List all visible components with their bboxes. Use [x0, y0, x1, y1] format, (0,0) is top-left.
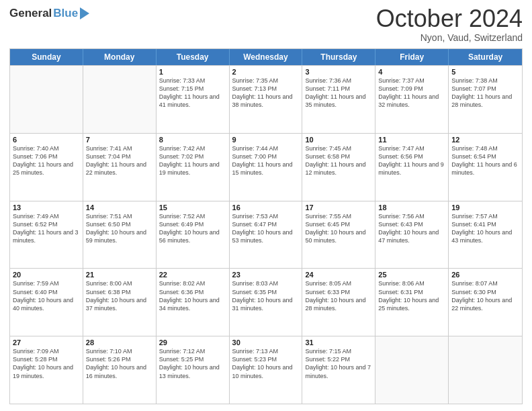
calendar-cell: 21Sunrise: 8:00 AMSunset: 6:38 PMDayligh…	[83, 269, 157, 336]
day-number: 28	[86, 338, 153, 347]
calendar-header-day: Friday	[375, 49, 449, 65]
header: General Blue October 2024 Nyon, Vaud, Sw…	[9, 7, 523, 43]
calendar-body: 1Sunrise: 7:33 AMSunset: 7:15 PMDaylight…	[10, 65, 522, 404]
cell-info: Sunrise: 7:37 AMSunset: 7:09 PMDaylight:…	[378, 77, 445, 109]
logo-blue-text: Blue	[53, 7, 78, 20]
calendar-cell: 2Sunrise: 7:35 AMSunset: 7:13 PMDaylight…	[230, 66, 303, 133]
cell-info: Sunrise: 8:03 AMSunset: 6:35 PMDaylight:…	[232, 279, 300, 312]
day-number: 15	[159, 203, 226, 212]
calendar-cell	[449, 336, 522, 404]
logo-arrow-icon	[80, 7, 89, 19]
cell-info: Sunrise: 7:55 AMSunset: 6:45 PMDaylight:…	[305, 212, 372, 245]
calendar-cell: 28Sunrise: 7:10 AMSunset: 5:26 PMDayligh…	[83, 336, 157, 404]
calendar-cell: 5Sunrise: 7:38 AMSunset: 7:07 PMDaylight…	[449, 66, 522, 133]
day-number: 16	[232, 203, 300, 212]
calendar-cell: 29Sunrise: 7:12 AMSunset: 5:25 PMDayligh…	[157, 336, 230, 404]
day-number: 8	[159, 136, 226, 144]
day-number: 21	[86, 271, 153, 279]
cell-info: Sunrise: 7:52 AMSunset: 6:49 PMDaylight:…	[159, 212, 226, 245]
cell-info: Sunrise: 7:42 AMSunset: 7:02 PMDaylight:…	[159, 144, 226, 177]
cell-info: Sunrise: 7:38 AMSunset: 7:07 PMDaylight:…	[451, 77, 519, 109]
cell-info: Sunrise: 7:51 AMSunset: 6:50 PMDaylight:…	[86, 212, 153, 245]
cell-info: Sunrise: 7:53 AMSunset: 6:47 PMDaylight:…	[232, 212, 300, 245]
day-number: 10	[305, 136, 372, 144]
cell-info: Sunrise: 8:00 AMSunset: 6:38 PMDaylight:…	[86, 279, 153, 312]
calendar-cell: 23Sunrise: 8:03 AMSunset: 6:35 PMDayligh…	[230, 269, 303, 336]
title-section: October 2024 Nyon, Vaud, Switzerland	[376, 7, 523, 43]
calendar-cell: 25Sunrise: 8:06 AMSunset: 6:31 PMDayligh…	[375, 269, 449, 336]
cell-info: Sunrise: 7:33 AMSunset: 7:15 PMDaylight:…	[159, 77, 226, 109]
cell-info: Sunrise: 7:56 AMSunset: 6:43 PMDaylight:…	[378, 212, 445, 245]
calendar-header-day: Thursday	[302, 49, 375, 65]
calendar-cell: 4Sunrise: 7:37 AMSunset: 7:09 PMDaylight…	[375, 66, 449, 133]
day-number: 12	[451, 136, 519, 144]
calendar-header-day: Monday	[83, 49, 157, 65]
cell-info: Sunrise: 8:02 AMSunset: 6:36 PMDaylight:…	[159, 279, 226, 312]
day-number: 11	[378, 136, 445, 144]
calendar-cell: 15Sunrise: 7:52 AMSunset: 6:49 PMDayligh…	[157, 201, 230, 269]
calendar-cell: 26Sunrise: 8:07 AMSunset: 6:30 PMDayligh…	[449, 269, 522, 336]
calendar-row: 13Sunrise: 7:49 AMSunset: 6:52 PMDayligh…	[10, 201, 522, 269]
day-number: 24	[305, 271, 372, 279]
cell-info: Sunrise: 7:41 AMSunset: 7:04 PMDaylight:…	[86, 144, 153, 177]
cell-info: Sunrise: 7:49 AMSunset: 6:52 PMDaylight:…	[13, 212, 80, 245]
day-number: 4	[378, 68, 445, 76]
calendar-header-day: Wednesday	[230, 49, 303, 65]
cell-info: Sunrise: 7:09 AMSunset: 5:28 PMDaylight:…	[13, 347, 80, 380]
day-number: 18	[378, 203, 445, 212]
calendar-cell	[10, 66, 83, 133]
logo: General Blue	[9, 7, 89, 20]
cell-info: Sunrise: 7:13 AMSunset: 5:23 PMDaylight:…	[232, 347, 300, 380]
calendar-cell: 1Sunrise: 7:33 AMSunset: 7:15 PMDaylight…	[157, 66, 230, 133]
month-title: October 2024	[376, 7, 523, 31]
calendar-cell: 27Sunrise: 7:09 AMSunset: 5:28 PMDayligh…	[10, 336, 83, 404]
cell-info: Sunrise: 8:06 AMSunset: 6:31 PMDaylight:…	[378, 279, 445, 312]
day-number: 20	[13, 271, 80, 279]
cell-info: Sunrise: 7:45 AMSunset: 6:58 PMDaylight:…	[305, 144, 372, 177]
calendar-cell: 3Sunrise: 7:36 AMSunset: 7:11 PMDaylight…	[302, 66, 375, 133]
day-number: 26	[451, 271, 519, 279]
day-number: 5	[451, 68, 519, 76]
day-number: 27	[13, 338, 80, 347]
logo-general-text: General	[9, 7, 52, 20]
cell-info: Sunrise: 8:05 AMSunset: 6:33 PMDaylight:…	[305, 279, 372, 312]
calendar-cell: 6Sunrise: 7:40 AMSunset: 7:06 PMDaylight…	[10, 134, 83, 201]
calendar-cell: 7Sunrise: 7:41 AMSunset: 7:04 PMDaylight…	[83, 134, 157, 201]
day-number: 19	[451, 203, 519, 212]
day-number: 23	[232, 271, 300, 279]
calendar-cell: 9Sunrise: 7:44 AMSunset: 7:00 PMDaylight…	[230, 134, 303, 201]
calendar-cell: 10Sunrise: 7:45 AMSunset: 6:58 PMDayligh…	[302, 134, 375, 201]
cell-info: Sunrise: 7:47 AMSunset: 6:56 PMDaylight:…	[378, 144, 445, 177]
day-number: 7	[86, 136, 153, 144]
day-number: 6	[13, 136, 80, 144]
calendar-cell: 30Sunrise: 7:13 AMSunset: 5:23 PMDayligh…	[230, 336, 303, 404]
calendar-cell: 8Sunrise: 7:42 AMSunset: 7:02 PMDaylight…	[157, 134, 230, 201]
calendar-cell: 13Sunrise: 7:49 AMSunset: 6:52 PMDayligh…	[10, 201, 83, 269]
calendar-cell: 12Sunrise: 7:48 AMSunset: 6:54 PMDayligh…	[449, 134, 522, 201]
calendar-cell: 14Sunrise: 7:51 AMSunset: 6:50 PMDayligh…	[83, 201, 157, 269]
location: Nyon, Vaud, Switzerland	[376, 32, 523, 43]
calendar: SundayMondayTuesdayWednesdayThursdayFrid…	[9, 48, 523, 404]
calendar-row: 6Sunrise: 7:40 AMSunset: 7:06 PMDaylight…	[10, 133, 522, 201]
cell-info: Sunrise: 7:48 AMSunset: 6:54 PMDaylight:…	[451, 144, 519, 177]
cell-info: Sunrise: 7:36 AMSunset: 7:11 PMDaylight:…	[305, 77, 372, 109]
day-number: 13	[13, 203, 80, 212]
calendar-header: SundayMondayTuesdayWednesdayThursdayFrid…	[10, 49, 522, 65]
calendar-cell: 17Sunrise: 7:55 AMSunset: 6:45 PMDayligh…	[302, 201, 375, 269]
day-number: 29	[159, 338, 226, 347]
day-number: 14	[86, 203, 153, 212]
calendar-header-day: Sunday	[10, 49, 83, 65]
cell-info: Sunrise: 8:07 AMSunset: 6:30 PMDaylight:…	[451, 279, 519, 312]
day-number: 31	[305, 338, 372, 347]
day-number: 2	[232, 68, 300, 76]
day-number: 9	[232, 136, 300, 144]
calendar-cell: 16Sunrise: 7:53 AMSunset: 6:47 PMDayligh…	[230, 201, 303, 269]
day-number: 3	[305, 68, 372, 76]
cell-info: Sunrise: 7:44 AMSunset: 7:00 PMDaylight:…	[232, 144, 300, 177]
cell-info: Sunrise: 7:59 AMSunset: 6:40 PMDaylight:…	[13, 279, 80, 312]
cell-info: Sunrise: 7:12 AMSunset: 5:25 PMDaylight:…	[159, 347, 226, 380]
cell-info: Sunrise: 7:15 AMSunset: 5:22 PMDaylight:…	[305, 347, 372, 380]
calendar-row: 1Sunrise: 7:33 AMSunset: 7:15 PMDaylight…	[10, 65, 522, 133]
calendar-cell: 22Sunrise: 8:02 AMSunset: 6:36 PMDayligh…	[157, 269, 230, 336]
day-number: 17	[305, 203, 372, 212]
